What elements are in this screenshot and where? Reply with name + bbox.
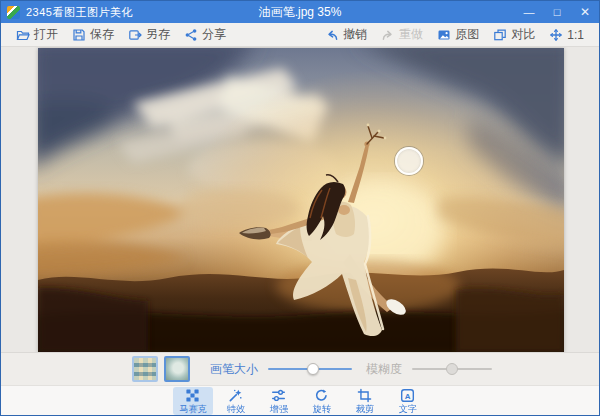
compare-label: 对比 [511, 26, 535, 43]
tab-crop-label: 裁剪 [355, 404, 373, 413]
sliders-icon [271, 388, 286, 403]
share-icon [184, 28, 198, 42]
redo-label: 重做 [399, 26, 423, 43]
compare-icon [493, 28, 507, 42]
oil-painting-image[interactable] [38, 48, 564, 352]
tab-effects-label: 特效 [226, 404, 244, 413]
save-label: 保存 [90, 26, 114, 43]
tab-mosaic-label: 马赛克 [179, 404, 207, 413]
close-button[interactable]: ✕ [571, 1, 599, 23]
app-title: 2345看图王图片美化 [26, 5, 133, 20]
tab-crop[interactable]: 裁剪 [345, 387, 385, 415]
save-as-button[interactable]: 另存 [121, 24, 177, 45]
zoom-ratio-label: 1:1 [567, 28, 584, 42]
brush-cursor[interactable] [395, 147, 423, 175]
text-icon: A [400, 388, 415, 403]
minimize-button[interactable]: — [515, 1, 543, 23]
redo-button[interactable]: 重做 [374, 24, 430, 45]
tab-rotate-label: 旋转 [312, 404, 330, 413]
tab-mosaic[interactable]: 马赛克 [173, 387, 213, 415]
blur-level-slider[interactable] [412, 362, 492, 376]
share-button[interactable]: 分享 [177, 24, 233, 45]
mosaic-icon [185, 388, 200, 403]
svg-text:A: A [405, 391, 411, 400]
brush-size-slider[interactable] [268, 362, 352, 376]
blur-brush-style-thumbnail[interactable] [164, 356, 190, 382]
blur-level-thumb[interactable] [446, 363, 458, 375]
share-label: 分享 [202, 26, 226, 43]
zoom-1-1-button[interactable]: 1:1 [542, 26, 591, 44]
original-label: 原图 [455, 26, 479, 43]
folder-open-icon [16, 28, 30, 42]
maximize-button[interactable]: □ [543, 1, 571, 23]
app-logo-icon [7, 6, 20, 19]
fit-arrows-icon [549, 28, 563, 42]
canvas-area [1, 47, 599, 352]
undo-label: 撤销 [343, 26, 367, 43]
toolbar-right-group: 撤销 重做 原图 [318, 24, 591, 45]
mosaic-control-bar: 画笔大小 模糊度 [1, 352, 599, 385]
magic-wand-icon [228, 388, 243, 403]
window-controls: — □ ✕ [515, 1, 599, 23]
save-button[interactable]: 保存 [65, 24, 121, 45]
mosaic-style-thumbnail[interactable] [132, 356, 158, 382]
tab-text-label: 文字 [398, 404, 416, 413]
tab-text[interactable]: A 文字 [388, 387, 428, 415]
save-as-icon [128, 28, 142, 42]
bottom-tab-bar: 马赛克 特效 增强 [1, 385, 599, 415]
crop-icon [357, 388, 372, 403]
save-icon [72, 28, 86, 42]
open-label: 打开 [34, 26, 58, 43]
tab-effects[interactable]: 特效 [216, 387, 256, 415]
rotate-icon [314, 388, 329, 403]
original-image-button[interactable]: 原图 [430, 24, 486, 45]
tab-enhance-label: 增强 [269, 404, 287, 413]
tab-enhance[interactable]: 增强 [259, 387, 299, 415]
toolbar: 打开 保存 另存 [1, 23, 599, 47]
original-image-icon [437, 28, 451, 42]
undo-button[interactable]: 撤销 [318, 24, 374, 45]
blur-level-label: 模糊度 [366, 361, 402, 378]
compare-button[interactable]: 对比 [486, 24, 542, 45]
tab-rotate[interactable]: 旋转 [302, 387, 342, 415]
titlebar: 2345看图王图片美化 油画笔.jpg 35% — □ ✕ [1, 1, 599, 23]
brush-size-label: 画笔大小 [210, 361, 258, 378]
redo-icon [381, 28, 395, 42]
open-button[interactable]: 打开 [9, 24, 65, 45]
undo-icon [325, 28, 339, 42]
save-as-label: 另存 [146, 26, 170, 43]
brush-size-thumb[interactable] [307, 363, 319, 375]
app-window: 2345看图王图片美化 油画笔.jpg 35% — □ ✕ 打开 [0, 0, 600, 416]
